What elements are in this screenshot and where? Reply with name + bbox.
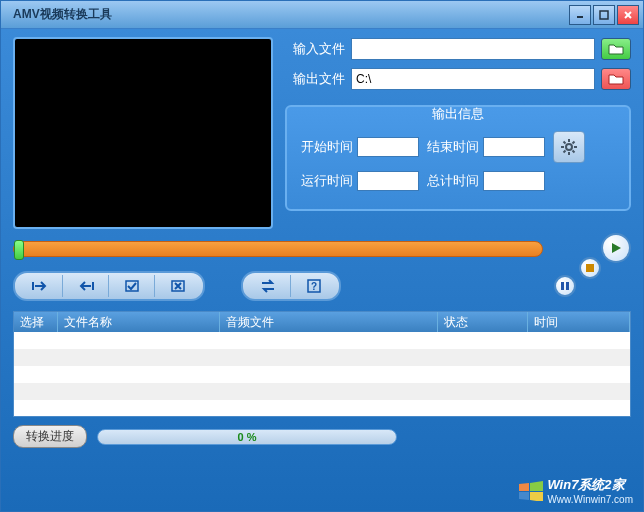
clear-icon bbox=[171, 280, 185, 292]
window-controls bbox=[569, 5, 639, 25]
top-section: 输入文件 输出文件 输出信息 开始时间 bbox=[13, 37, 631, 229]
svg-point-4 bbox=[566, 144, 572, 150]
input-file-row: 输入文件 bbox=[285, 37, 631, 61]
file-table: 选择 文件名称 音频文件 状态 时间 bbox=[13, 311, 631, 417]
input-file-label: 输入文件 bbox=[285, 40, 345, 58]
pause-icon bbox=[561, 282, 569, 290]
mark-in-icon bbox=[31, 280, 49, 292]
info-panel-title: 输出信息 bbox=[424, 105, 492, 123]
time-row-1: 开始时间 结束时间 bbox=[297, 131, 619, 163]
col-audio[interactable]: 音频文件 bbox=[220, 312, 438, 332]
svg-rect-6 bbox=[561, 282, 564, 290]
end-time-field[interactable] bbox=[483, 137, 545, 157]
table-header: 选择 文件名称 音频文件 状态 时间 bbox=[14, 312, 630, 332]
settings-button[interactable] bbox=[553, 131, 585, 163]
help-button[interactable]: ? bbox=[291, 275, 337, 297]
convert-button[interactable] bbox=[245, 275, 291, 297]
start-time-label: 开始时间 bbox=[297, 138, 353, 156]
check-button[interactable] bbox=[109, 275, 155, 297]
col-time[interactable]: 时间 bbox=[528, 312, 630, 332]
help-icon: ? bbox=[307, 279, 321, 293]
folder-open-icon bbox=[608, 43, 624, 55]
svg-rect-7 bbox=[566, 282, 569, 290]
mark-in-button[interactable] bbox=[17, 275, 63, 297]
check-icon bbox=[125, 280, 139, 292]
app-window: AMV视频转换工具 输入文件 输出文件 bbox=[0, 0, 644, 512]
watermark: Win7系统2家 Www.Winwin7.com bbox=[519, 476, 633, 505]
video-preview bbox=[13, 37, 273, 229]
mark-out-icon bbox=[77, 280, 95, 292]
col-status[interactable]: 状态 bbox=[438, 312, 528, 332]
help-group: ? bbox=[241, 271, 341, 301]
watermark-text: Win7系统2家 bbox=[547, 477, 624, 492]
output-file-field[interactable] bbox=[351, 68, 595, 90]
clear-button[interactable] bbox=[155, 275, 201, 297]
start-time-field[interactable] bbox=[357, 137, 419, 157]
seek-section bbox=[13, 241, 631, 257]
windows-logo-icon bbox=[519, 481, 543, 501]
play-button[interactable] bbox=[601, 233, 631, 263]
folder-save-icon bbox=[608, 73, 624, 85]
progress-label: 转换进度 bbox=[13, 425, 87, 448]
input-file-field[interactable] bbox=[351, 38, 595, 60]
toolbar: ? bbox=[13, 271, 631, 301]
mark-out-button[interactable] bbox=[63, 275, 109, 297]
table-body[interactable] bbox=[14, 332, 630, 417]
stop-button[interactable] bbox=[579, 257, 601, 279]
play-icon bbox=[610, 242, 622, 254]
minimize-button[interactable] bbox=[569, 5, 591, 25]
watermark-url: Www.Winwin7.com bbox=[547, 494, 633, 505]
run-time-label: 运行时间 bbox=[297, 172, 353, 190]
svg-text:?: ? bbox=[311, 281, 317, 292]
seek-thumb[interactable] bbox=[14, 240, 24, 260]
output-file-row: 输出文件 bbox=[285, 67, 631, 91]
svg-rect-5 bbox=[586, 264, 594, 272]
pause-button[interactable] bbox=[554, 275, 576, 297]
total-time-field[interactable] bbox=[483, 171, 545, 191]
content-area: 输入文件 输出文件 输出信息 开始时间 bbox=[1, 29, 643, 511]
stop-icon bbox=[586, 264, 594, 272]
convert-icon bbox=[260, 279, 276, 293]
total-time-label: 总计时间 bbox=[423, 172, 479, 190]
browse-output-button[interactable] bbox=[601, 68, 631, 90]
bottom-bar: 转换进度 0 % bbox=[13, 425, 631, 448]
output-info-panel: 输出信息 开始时间 结束时间 运行时间 总计时间 bbox=[285, 105, 631, 211]
conversion-progress: 0 % bbox=[97, 429, 397, 445]
end-time-label: 结束时间 bbox=[423, 138, 479, 156]
progress-percent: 0 % bbox=[238, 431, 257, 443]
window-title: AMV视频转换工具 bbox=[5, 6, 569, 23]
output-file-label: 输出文件 bbox=[285, 70, 345, 88]
gear-icon bbox=[559, 137, 579, 157]
seek-slider[interactable] bbox=[13, 241, 543, 257]
run-time-field[interactable] bbox=[357, 171, 419, 191]
svg-rect-1 bbox=[600, 11, 608, 19]
titlebar: AMV视频转换工具 bbox=[1, 1, 643, 29]
browse-input-button[interactable] bbox=[601, 38, 631, 60]
right-panel: 输入文件 输出文件 输出信息 开始时间 bbox=[285, 37, 631, 229]
maximize-button[interactable] bbox=[593, 5, 615, 25]
col-select[interactable]: 选择 bbox=[14, 312, 58, 332]
close-button[interactable] bbox=[617, 5, 639, 25]
marker-group bbox=[13, 271, 205, 301]
svg-rect-10 bbox=[126, 281, 138, 291]
time-row-2: 运行时间 总计时间 bbox=[297, 171, 619, 191]
col-filename[interactable]: 文件名称 bbox=[58, 312, 220, 332]
